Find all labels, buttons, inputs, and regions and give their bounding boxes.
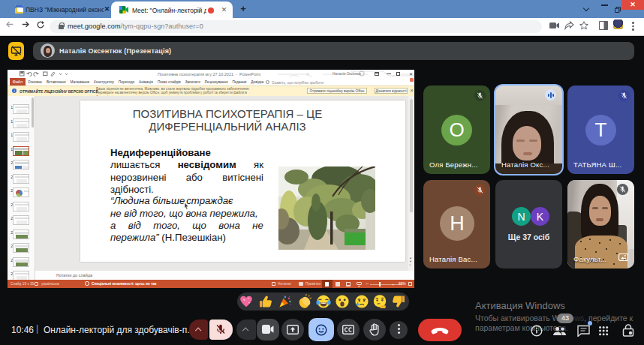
svg-text:Наталія Оксенюк: Наталія Оксенюк — [333, 72, 362, 76]
